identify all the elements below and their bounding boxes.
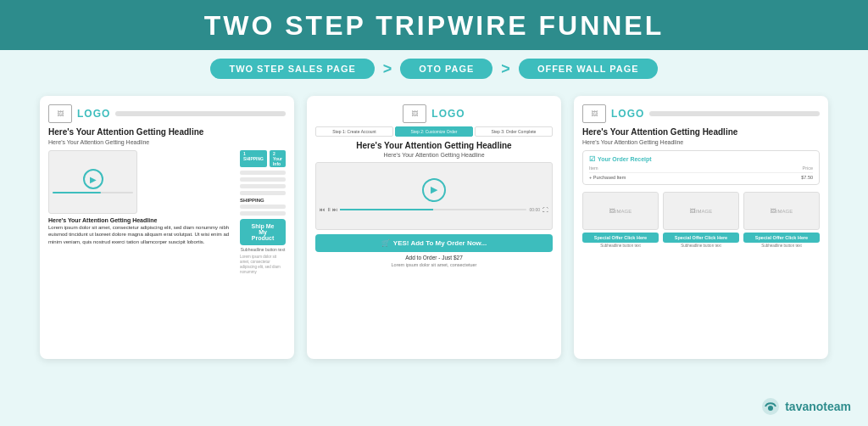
card3-headline: Here's Your Attention Getting Headline bbox=[582, 126, 820, 137]
brand-footer: tavanoteam bbox=[761, 397, 851, 416]
card3-offer3-cta[interactable]: Special Offer Click Here bbox=[743, 233, 820, 243]
card2-video-box: ▶ ⏮ ⏸ ⏭ 00:00 ⛶ bbox=[315, 162, 553, 230]
card3-offer1-sub: Subheadline button text bbox=[582, 244, 659, 248]
card1-shipping-label: SHIPPING bbox=[240, 198, 286, 203]
card1-body-headline: Here's Your Attention Getting Headline bbox=[48, 217, 236, 223]
card3-logo-icon: 🖼 bbox=[582, 104, 606, 123]
card-oto-page: 🖼 LOGO Step 1: Create Account Step 2: Cu… bbox=[307, 96, 561, 359]
card1-play-button[interactable]: ▶ bbox=[83, 169, 103, 189]
card1-logo-icon: 🖼 bbox=[48, 104, 72, 123]
receipt-header-row: Item Price bbox=[589, 165, 813, 173]
card2-video-controls: ⏮ ⏸ ⏭ 00:00 ⛶ bbox=[316, 205, 552, 215]
card2-expand-icon[interactable]: ⛶ bbox=[542, 207, 548, 213]
brand-name: tavanoteam bbox=[785, 400, 851, 413]
card-sales-page: 🖼 LOGO Here's Your Attention Getting Hea… bbox=[40, 96, 294, 359]
card3-img1-icon: 🖼 bbox=[609, 208, 615, 214]
card2-progress-bar bbox=[340, 209, 526, 210]
content-area: 🖼 LOGO Here's Your Attention Getting Hea… bbox=[0, 87, 868, 426]
card1-subheadline: Here's Your Attention Getting Headline bbox=[48, 139, 286, 145]
card1-body: ▶ Here's Your Attention Getting Headline… bbox=[48, 150, 286, 274]
card1-cta-sub: Subheadline button text bbox=[240, 247, 286, 252]
card3-img3-icon: 🖼 bbox=[771, 208, 776, 214]
card2-logo-text: LOGO bbox=[431, 108, 465, 120]
card2-headline: Here's Your Attention Getting Headline bbox=[315, 141, 553, 150]
card3-receipt-table: Item Price + Purchased Item $7.50 bbox=[589, 165, 813, 180]
card2-add-label: YES! Add To My Order Now... bbox=[393, 239, 487, 247]
step-pill-oto: OTO PAGE bbox=[400, 59, 492, 79]
card3-offer1-cta[interactable]: Special Offer Click Here bbox=[582, 233, 659, 243]
card3-img3-label: IMAGE bbox=[776, 209, 793, 214]
card2-video-inner: ▶ ⏮ ⏸ ⏭ 00:00 ⛶ bbox=[316, 163, 552, 229]
card1-field-6[interactable] bbox=[240, 211, 286, 216]
card1-video-controls bbox=[49, 189, 136, 195]
card2-add-button[interactable]: 🛒 YES! Add To My Order Now... bbox=[315, 234, 553, 252]
card-cart-icon: 🛒 bbox=[381, 239, 390, 247]
card3-offer1-image: 🖼 IMAGE bbox=[582, 192, 659, 230]
card2-time: 00:00 bbox=[529, 207, 540, 212]
receipt-col-item: Item bbox=[589, 165, 598, 171]
card3-receipt-title-text: Your Order Receipt bbox=[598, 156, 652, 162]
card1-progress-bar bbox=[53, 192, 133, 193]
card3-offer-1: 🖼 IMAGE Special Offer Click Here Subhead… bbox=[582, 192, 659, 248]
card1-field-1[interactable] bbox=[240, 171, 286, 175]
card2-oto-step3: Step 3: Order Complete bbox=[475, 126, 553, 137]
card1-field-4[interactable] bbox=[240, 191, 286, 195]
card3-receipt-box: ☑ Your Order Receipt Item Price + Purcha… bbox=[582, 150, 820, 185]
card2-add-sub: Add to Order - Just $27 bbox=[315, 255, 553, 261]
card2-ctrl-icon: ⏮ ⏸ ⏭ bbox=[320, 207, 337, 212]
card1-field-5[interactable] bbox=[240, 205, 286, 209]
card3-offer-3: 🖼 IMAGE Special Offer Click Here Subhead… bbox=[743, 192, 820, 248]
card1-video-box: ▶ bbox=[48, 150, 137, 214]
card1-video-area: ▶ Here's Your Attention Getting Headline… bbox=[48, 150, 236, 274]
card3-offer3-image: 🖼 IMAGE bbox=[743, 192, 820, 230]
card-offer-wall: 🖼 LOGO Here's Your Attention Getting Hea… bbox=[574, 96, 828, 359]
card2-progress-fill bbox=[340, 209, 433, 210]
card3-img2-icon: 🖼 bbox=[690, 208, 696, 214]
card1-cta-button[interactable]: Ship Me My Product bbox=[240, 219, 286, 245]
card3-offer2-image: 🖼 IMAGE bbox=[663, 192, 739, 230]
card2-lorem: Lorem ipsum dolor sit amet, consectetuer bbox=[315, 262, 553, 267]
receipt-col-price: Price bbox=[802, 165, 813, 171]
card1-headline: Here's Your Attention Getting Headline bbox=[48, 126, 286, 137]
receipt-item-name: + Purchased Item bbox=[589, 175, 626, 180]
card3-img2-label: IMAGE bbox=[696, 209, 712, 214]
receipt-check-icon: ☑ bbox=[589, 155, 595, 163]
card2-oto-step2: Step 2: Customize Order bbox=[395, 126, 473, 137]
card1-progress-fill bbox=[53, 192, 101, 193]
card3-img1-label: IMAGE bbox=[615, 209, 632, 214]
main-container: TWO STEP TRIPWIRE FUNNEL TWO STEP SALES … bbox=[0, 0, 868, 426]
card3-receipt-title: ☑ Your Order Receipt bbox=[589, 155, 813, 163]
card1-form-steps: 1 SHIPPING 2 Your Info bbox=[240, 150, 286, 167]
receipt-data-row: + Purchased Item $7.50 bbox=[589, 175, 813, 180]
card2-oto-steps: Step 1: Create Account Step 2: Customize… bbox=[315, 126, 553, 137]
page-header: TWO STEP TRIPWIRE FUNNEL bbox=[0, 0, 868, 50]
card2-logo-icon: 🖼 bbox=[403, 104, 426, 123]
card1-logo-bar bbox=[115, 111, 286, 116]
card1-logo-text: LOGO bbox=[77, 108, 110, 120]
card3-logo-text: LOGO bbox=[611, 108, 644, 120]
card3-offer-2: 🖼 IMAGE Special Offer Click Here Subhead… bbox=[663, 192, 739, 248]
card3-offer-images: 🖼 IMAGE Special Offer Click Here Subhead… bbox=[582, 192, 820, 248]
card3-offer2-cta[interactable]: Special Offer Click Here bbox=[663, 233, 739, 243]
card3-logo-row: 🖼 LOGO bbox=[582, 104, 820, 123]
steps-bar: TWO STEP SALES PAGE > OTO PAGE > OFFER W… bbox=[0, 50, 868, 87]
card2-oto-step1: Step 1: Create Account bbox=[315, 126, 393, 137]
card1-form-step1: 1 SHIPPING bbox=[240, 150, 267, 167]
card1-field-3[interactable] bbox=[240, 184, 286, 188]
receipt-item-price: $7.50 bbox=[801, 175, 813, 180]
card1-body-text: Lorem ipsum dolor sit amet, consectetur … bbox=[48, 224, 236, 245]
card3-subheadline: Here's Your Attention Getting Headline bbox=[582, 139, 820, 145]
svg-point-1 bbox=[768, 406, 773, 411]
card1-logo-row: 🖼 LOGO bbox=[48, 104, 286, 123]
card2-logo-row: 🖼 LOGO bbox=[315, 104, 553, 123]
card1-footer-text: Lorem ipsum dolor sit amet, consectetur … bbox=[240, 255, 286, 274]
card1-field-2[interactable] bbox=[240, 177, 286, 182]
page-title: TWO STEP TRIPWIRE FUNNEL bbox=[0, 10, 868, 42]
card2-play-button[interactable]: ▶ bbox=[422, 178, 446, 202]
arrow-1: > bbox=[383, 60, 392, 78]
step-pill-offer: OFFER WALL PAGE bbox=[519, 59, 658, 79]
card1-form: 1 SHIPPING 2 Your Info SHIPPING Ship Me … bbox=[240, 150, 286, 274]
step-pill-sales: TWO STEP SALES PAGE bbox=[210, 59, 374, 79]
card3-offer3-sub: Subheadline button text bbox=[743, 244, 820, 248]
brand-logo-icon bbox=[761, 397, 780, 416]
